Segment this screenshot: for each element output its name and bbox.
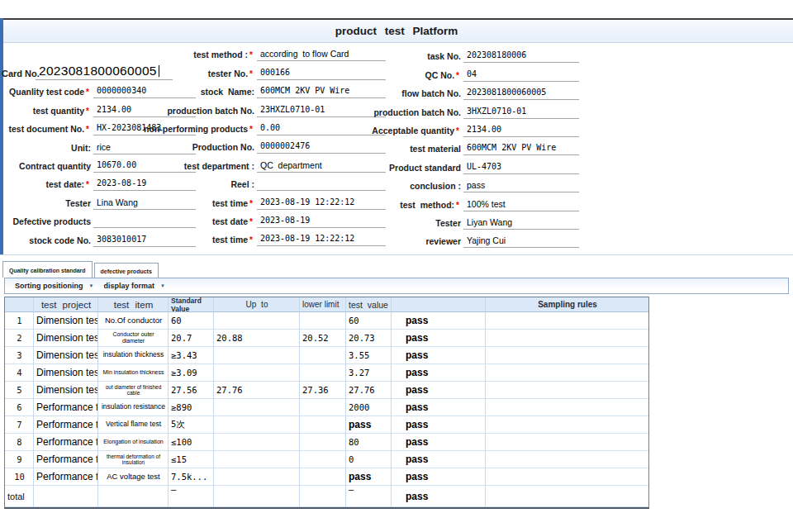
- field-value-test-material[interactable]: 600MCM 2KV PV Wire: [463, 143, 579, 155]
- field-value-qc-no[interactable]: 04: [463, 69, 579, 82]
- cell-value[interactable]: 3.55: [346, 347, 392, 364]
- field-value-reviewer[interactable]: Yajing Cui: [463, 235, 579, 248]
- cell-item[interactable]: thermal deformation of insulation: [98, 451, 169, 468]
- field-value-production-batch-no[interactable]: 3HXZL0710-01: [463, 107, 579, 119]
- cell-upto[interactable]: [214, 347, 300, 364]
- field-value-product-standard[interactable]: UL-4703: [463, 162, 579, 174]
- cell-num[interactable]: 2: [5, 330, 34, 347]
- cell-value[interactable]: 3.27: [346, 364, 392, 382]
- cell-num[interactable]: 4: [5, 364, 34, 382]
- cell-concl[interactable]: pass: [392, 399, 486, 416]
- cell-upto[interactable]: [214, 486, 300, 507]
- cell-concl[interactable]: pass: [392, 312, 486, 330]
- cell-num[interactable]: total: [5, 486, 34, 507]
- cell-concl[interactable]: pass: [392, 382, 486, 399]
- cell-sampling[interactable]: [486, 468, 648, 486]
- cell-std[interactable]: 27.56: [169, 382, 214, 399]
- cell-lower[interactable]: [300, 364, 346, 382]
- cell-std[interactable]: 7.5k...: [169, 468, 214, 486]
- cell-sampling[interactable]: [486, 330, 648, 347]
- cell-item[interactable]: No.Of conductor: [98, 312, 169, 330]
- cell-lower[interactable]: 27.36: [300, 382, 346, 399]
- cell-upto[interactable]: [214, 468, 300, 486]
- cell-project[interactable]: Performance test: [34, 451, 98, 468]
- cell-upto[interactable]: [214, 312, 300, 330]
- cell-sampling[interactable]: [486, 451, 648, 468]
- cell-item[interactable]: AC voltage test: [98, 468, 169, 486]
- cell-project[interactable]: Performance test: [34, 468, 98, 486]
- cell-project[interactable]: Performance test: [34, 434, 98, 451]
- cell-concl[interactable]: pass: [392, 330, 486, 347]
- cell-item[interactable]: Min insulation thickness: [98, 364, 169, 382]
- cell-project[interactable]: Dimension test: [34, 382, 98, 399]
- cell-item[interactable]: [98, 486, 169, 507]
- sorting-positioning-dropdown[interactable]: Sorting positioning▼: [15, 282, 93, 290]
- cell-std[interactable]: 20.7: [169, 330, 214, 347]
- field-value-tester[interactable]: Liyan Wang: [463, 217, 579, 230]
- cell-project[interactable]: Dimension test: [34, 312, 98, 330]
- cell-num[interactable]: 6: [5, 399, 34, 416]
- cell-num[interactable]: 8: [5, 434, 34, 451]
- cell-item[interactable]: Vertical flame test: [98, 416, 169, 434]
- cell-std[interactable]: 5次: [169, 416, 214, 434]
- cell-upto[interactable]: [214, 399, 300, 416]
- cell-sampling[interactable]: [486, 364, 648, 382]
- cell-item[interactable]: Elongation of insulation: [98, 434, 169, 451]
- cell-value[interactable]: 60: [346, 312, 392, 330]
- cell-project[interactable]: [34, 486, 98, 507]
- cell-std[interactable]: —: [169, 486, 214, 507]
- cell-num[interactable]: 9: [5, 451, 34, 468]
- cell-upto[interactable]: [214, 451, 300, 468]
- cell-std[interactable]: 60: [169, 312, 214, 330]
- cell-upto[interactable]: 20.88: [214, 330, 300, 347]
- cell-value[interactable]: pass: [346, 416, 392, 434]
- cell-sampling[interactable]: [486, 312, 648, 330]
- cell-num[interactable]: 7: [5, 416, 34, 434]
- cell-value[interactable]: 0: [346, 451, 392, 468]
- cell-lower[interactable]: 20.52: [300, 330, 346, 347]
- cell-concl[interactable]: pass: [392, 364, 486, 382]
- cell-sampling[interactable]: [486, 416, 648, 434]
- field-value-test-method[interactable]: 100% test: [463, 199, 579, 211]
- cell-value[interactable]: pass: [346, 468, 392, 486]
- cell-sampling[interactable]: [486, 347, 648, 364]
- field-value-acceptable-quantity[interactable]: 2134.00: [463, 125, 579, 137]
- cell-concl[interactable]: pass: [392, 434, 486, 451]
- cell-concl[interactable]: pass: [392, 347, 486, 364]
- cell-std[interactable]: ≥3.09: [169, 364, 214, 382]
- cell-lower[interactable]: [300, 416, 346, 434]
- cell-value[interactable]: —: [346, 486, 392, 507]
- display-format-dropdown[interactable]: display format▼: [103, 282, 164, 290]
- cell-num[interactable]: 3: [5, 347, 34, 364]
- cell-num[interactable]: 10: [5, 468, 34, 486]
- field-value-flow-batch-no[interactable]: 2023081800060005: [463, 88, 579, 100]
- cell-sampling[interactable]: [486, 486, 648, 507]
- cell-upto[interactable]: [214, 416, 300, 434]
- cell-lower[interactable]: [300, 486, 346, 507]
- cell-upto[interactable]: [214, 364, 300, 382]
- tab-defective-products[interactable]: defective products: [94, 263, 159, 278]
- cell-project[interactable]: Dimension test: [34, 347, 98, 364]
- cell-concl[interactable]: pass: [392, 451, 486, 468]
- cell-num[interactable]: 5: [5, 382, 34, 399]
- cell-value[interactable]: 27.76: [346, 382, 392, 399]
- cell-project[interactable]: Dimension test: [34, 364, 98, 382]
- cell-sampling[interactable]: [486, 399, 648, 416]
- cell-sampling[interactable]: [486, 434, 648, 451]
- cell-item[interactable]: Conductor outer diameter: [98, 330, 169, 347]
- cell-value[interactable]: 20.73: [346, 330, 392, 347]
- cell-upto[interactable]: [214, 434, 300, 451]
- cell-concl[interactable]: pass: [392, 416, 486, 434]
- cell-item[interactable]: insulation thickness: [98, 347, 169, 364]
- cell-std[interactable]: ≤100: [169, 434, 214, 451]
- cell-project[interactable]: Dimension test: [34, 330, 98, 347]
- cell-item[interactable]: out diameter of finished cable: [98, 382, 169, 399]
- field-value-task-no[interactable]: 202308180006: [463, 50, 579, 63]
- cell-std[interactable]: ≤15: [169, 451, 214, 468]
- cell-num[interactable]: 1: [5, 312, 34, 330]
- cell-lower[interactable]: [300, 347, 346, 364]
- cell-sampling[interactable]: [486, 382, 648, 399]
- tab-quality-calibration-standard[interactable]: Quality calibration standard: [2, 261, 93, 278]
- cell-upto[interactable]: 27.76: [214, 382, 300, 399]
- cell-lower[interactable]: [300, 312, 346, 330]
